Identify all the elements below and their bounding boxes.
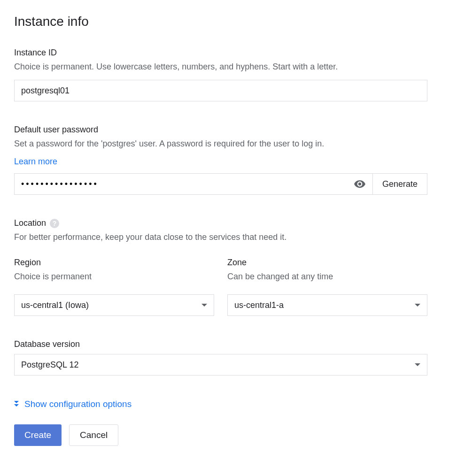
dropdown-arrow-icon: [415, 363, 420, 366]
eye-icon[interactable]: [354, 178, 366, 190]
instance-id-input[interactable]: [14, 80, 427, 101]
instance-id-section: Instance ID Choice is permanent. Use low…: [14, 48, 435, 101]
region-col: Region Choice is permanent us-central1 (…: [14, 258, 214, 316]
location-label: Location ?: [14, 218, 435, 228]
page-title: Instance info: [14, 14, 435, 29]
zone-hint: Can be changed at any time: [227, 270, 427, 283]
instance-id-hint: Choice is permanent. Use lowercase lette…: [14, 61, 435, 73]
region-zone-row: Region Choice is permanent us-central1 (…: [14, 258, 427, 316]
password-hint: Set a password for the 'postgres' user. …: [14, 138, 435, 150]
db-version-value: PostgreSQL 12: [21, 360, 78, 370]
db-version-select[interactable]: PostgreSQL 12: [14, 354, 427, 376]
zone-select[interactable]: us-central1-a: [227, 294, 427, 316]
region-value: us-central1 (Iowa): [21, 300, 89, 310]
db-version-section: Database version PostgreSQL 12: [14, 339, 435, 376]
show-config-toggle[interactable]: Show configuration options: [14, 399, 435, 409]
instance-id-label: Instance ID: [14, 48, 435, 58]
location-hint: For better performance, keep your data c…: [14, 231, 435, 244]
zone-label: Zone: [227, 258, 427, 268]
password-input[interactable]: [15, 174, 354, 194]
zone-col: Zone Can be changed at any time us-centr…: [227, 258, 427, 316]
generate-button[interactable]: Generate: [372, 173, 427, 195]
region-select[interactable]: us-central1 (Iowa): [14, 294, 214, 316]
create-button[interactable]: Create: [14, 424, 62, 446]
location-section: Location ? For better performance, keep …: [14, 218, 435, 244]
cancel-button[interactable]: Cancel: [69, 424, 118, 446]
dropdown-arrow-icon: [415, 304, 420, 307]
chevrons-down-icon: [14, 401, 19, 407]
learn-more-link[interactable]: Learn more: [14, 157, 57, 167]
password-label: Default user password: [14, 125, 435, 135]
show-config-label: Show configuration options: [24, 399, 132, 409]
password-section: Default user password Set a password for…: [14, 125, 435, 195]
region-hint: Choice is permanent: [14, 270, 214, 283]
db-version-label: Database version: [14, 339, 435, 349]
region-label: Region: [14, 258, 214, 268]
button-row: Create Cancel: [14, 424, 435, 446]
location-label-text: Location: [14, 218, 46, 228]
dropdown-arrow-icon: [201, 304, 207, 307]
password-input-wrapper: [14, 173, 372, 195]
zone-value: us-central1-a: [234, 300, 284, 310]
help-icon[interactable]: ?: [50, 219, 59, 228]
